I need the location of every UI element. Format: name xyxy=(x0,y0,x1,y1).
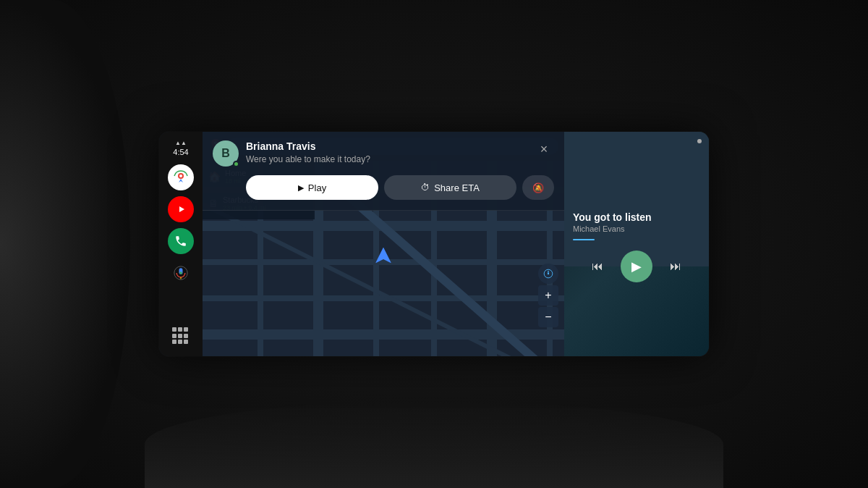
sidebar-item-assistant[interactable] xyxy=(168,260,194,286)
status-bar: ▲▲ 4:54 xyxy=(159,138,203,161)
sidebar-item-maps[interactable] xyxy=(168,164,194,190)
next-icon: ⏭ xyxy=(670,260,681,273)
music-dot xyxy=(697,139,702,143)
youtube-icon xyxy=(174,204,188,214)
share-eta-button[interactable]: ⏱ Share ETA xyxy=(384,175,516,200)
music-panel: You got to listen Michael Evans ⏮ ▶ ⏭ xyxy=(564,132,709,356)
map-area: 🏠 Home 18 mi 🖥 Starbucks 23 min • 9.4 mi xyxy=(203,132,564,356)
maps-icon xyxy=(173,169,189,185)
grid-dot xyxy=(184,327,188,332)
grid-dot xyxy=(172,340,176,344)
grid-dot xyxy=(172,327,176,332)
all-apps-button[interactable] xyxy=(172,327,190,345)
grid-dot xyxy=(178,334,182,338)
music-progress-bar xyxy=(573,239,595,240)
next-button[interactable]: ⏭ xyxy=(664,255,687,278)
music-background xyxy=(564,132,709,356)
sidebar: ▲▲ 4:54 xyxy=(159,132,203,356)
svg-point-23 xyxy=(548,273,549,274)
map-controls: + − xyxy=(538,264,558,327)
phone-icon xyxy=(174,235,187,248)
prev-icon: ⏮ xyxy=(592,260,603,273)
music-controls: ⏮ ▶ ⏭ xyxy=(573,251,700,282)
notification-header: B Brianna Travis Were you able to make i… xyxy=(213,140,554,167)
notification-text: Brianna Travis Were you able to make it … xyxy=(246,140,527,164)
notification-actions: ▶ Play ⏱ Share ETA 🔕 xyxy=(246,175,554,200)
music-artist: Michael Evans xyxy=(573,224,700,233)
online-dot xyxy=(233,161,239,167)
play-label: Play xyxy=(308,182,326,193)
music-info: You got to listen Michael Evans xyxy=(573,211,700,240)
svg-point-6 xyxy=(179,272,182,274)
artwork-shape-2 xyxy=(626,134,676,203)
contact-name: Brianna Travis xyxy=(246,140,527,153)
notification-message: Were you able to make it today? xyxy=(246,154,527,164)
music-title: You got to listen xyxy=(573,211,700,223)
mic-icon xyxy=(174,266,188,280)
mute-icon: 🔕 xyxy=(532,182,544,193)
sidebar-item-youtube[interactable] xyxy=(168,196,194,222)
android-auto-screen: ▲▲ 4:54 xyxy=(159,132,709,356)
signal-icon: ▲▲ xyxy=(175,140,187,146)
play-icon-music: ▶ xyxy=(631,258,642,274)
avatar-wrapper: B xyxy=(213,140,239,167)
time-display: 4:54 xyxy=(173,148,188,156)
grid-dot xyxy=(178,327,182,332)
prev-button[interactable]: ⏮ xyxy=(586,255,609,278)
grid-dot xyxy=(184,340,188,344)
compass-button[interactable] xyxy=(538,264,558,284)
play-icon: ▶ xyxy=(298,183,304,193)
play-button[interactable]: ▶ Play xyxy=(246,175,378,200)
eta-icon: ⏱ xyxy=(421,182,430,193)
grid-dot xyxy=(172,334,176,338)
sidebar-item-phone[interactable] xyxy=(168,228,194,254)
zoom-in-button[interactable]: + xyxy=(538,285,558,306)
mute-button[interactable]: 🔕 xyxy=(522,175,554,200)
artwork-shape-1 xyxy=(629,132,702,216)
grid-dot xyxy=(178,340,182,344)
svg-point-1 xyxy=(179,174,182,177)
play-pause-button[interactable]: ▶ xyxy=(621,251,652,282)
close-button[interactable]: × xyxy=(534,139,554,159)
share-eta-label: Share ETA xyxy=(434,182,480,193)
grid-dot xyxy=(184,334,188,338)
notification-popup: B Brianna Travis Were you able to make i… xyxy=(203,132,564,211)
zoom-out-button[interactable]: − xyxy=(538,307,558,327)
